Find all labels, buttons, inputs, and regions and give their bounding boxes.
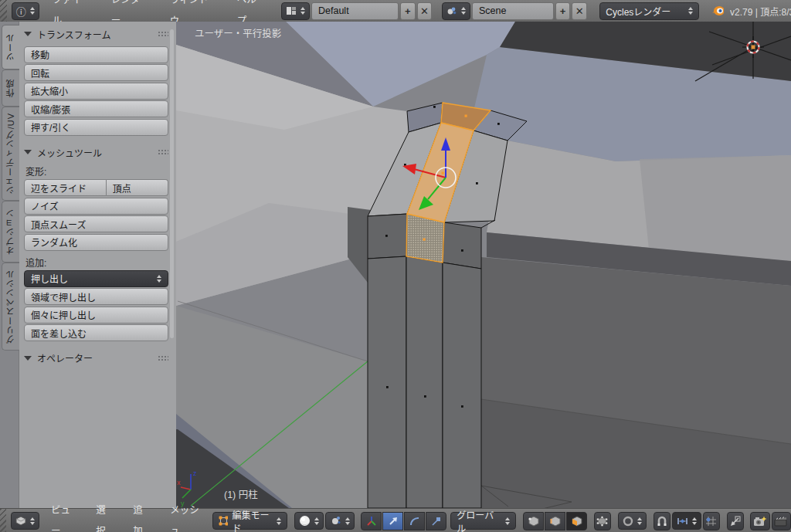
viewport-shading-dropdown[interactable] bbox=[294, 512, 324, 530]
axis-x-label: x bbox=[177, 479, 181, 486]
chevron-updown-icon bbox=[692, 517, 697, 525]
viewport-header-bar: ビュー 選択 追加 メッシュ 編集モード bbox=[0, 508, 791, 532]
viewport-3d: x z y ユーザー・平行投影 (1) 円柱 bbox=[176, 22, 791, 508]
manipulator-scale-button[interactable] bbox=[426, 512, 446, 530]
menu-select[interactable]: 選択 bbox=[86, 500, 121, 532]
shading-sphere-icon bbox=[299, 515, 311, 527]
tool-shelf: ツール 作成 シェーディング/UV オプション グリースペンシル トランスフォー… bbox=[0, 22, 177, 508]
pivot-icon bbox=[330, 515, 341, 527]
pivot-point-dropdown[interactable] bbox=[325, 512, 355, 530]
panel-title: オペレーター bbox=[37, 351, 93, 364]
extrude-dropdown[interactable]: 押し出し bbox=[24, 270, 168, 287]
randomize-button[interactable]: ランダム化 bbox=[24, 234, 168, 251]
manipulate-center-points-button[interactable] bbox=[727, 512, 744, 530]
active-object-overlay: (1) 円柱 bbox=[224, 489, 258, 500]
limit-selection-visible-button[interactable] bbox=[594, 512, 611, 530]
tool-shelf-panels: トランスフォーム 移動 回転 拡大縮小 収縮/膨張 押す/引く メッシュツール … bbox=[19, 22, 176, 508]
chevron-updown-icon bbox=[314, 517, 319, 525]
panel-header-mesh-tools[interactable]: メッシュツール bbox=[24, 144, 168, 160]
panel-collapse-arrow-icon[interactable] bbox=[24, 32, 32, 36]
area-corner-handle[interactable] bbox=[0, 509, 6, 532]
rotate-button[interactable]: 回転 bbox=[24, 64, 168, 81]
blender-logo bbox=[711, 5, 724, 17]
tab-create[interactable]: 作成 bbox=[2, 69, 19, 107]
render-engine-dropdown[interactable]: Cyclesレンダー bbox=[599, 2, 699, 20]
scale-icon bbox=[431, 516, 442, 527]
chevron-updown-icon bbox=[30, 517, 35, 525]
manipulator-buttons bbox=[361, 512, 446, 530]
mode-dropdown[interactable]: 編集モード bbox=[212, 512, 287, 530]
menu-add[interactable]: 追加 bbox=[123, 500, 158, 532]
editor-type-button[interactable] bbox=[11, 512, 39, 530]
snap-element-dropdown[interactable] bbox=[672, 512, 701, 530]
axis-tripod-icon bbox=[366, 516, 377, 527]
panel-header-operator[interactable]: オペレーター bbox=[24, 351, 168, 366]
top-header-bar: ⓘ ファイル レンダー ウィンドウ ヘルプ Default + ✕ Scene … bbox=[0, 0, 791, 22]
vertex-select-button[interactable] bbox=[523, 512, 544, 530]
shrink-fatten-button[interactable]: 収縮/膨張 bbox=[24, 100, 168, 117]
editor-3dview-icon bbox=[15, 516, 26, 526]
transform-orientation-dropdown[interactable]: グローバル bbox=[450, 512, 516, 530]
screen-layout-browse-button[interactable] bbox=[281, 2, 310, 20]
scene-background bbox=[176, 22, 791, 508]
snap-target-button[interactable] bbox=[703, 512, 720, 530]
add-layout-button[interactable]: + bbox=[400, 2, 416, 20]
add-label: 追加: bbox=[25, 256, 168, 269]
close-scene-button[interactable]: ✕ bbox=[572, 2, 587, 20]
area-corner-handle[interactable] bbox=[0, 0, 7, 22]
noise-button[interactable]: ノイズ bbox=[24, 198, 168, 215]
layout-icon bbox=[286, 6, 297, 15]
snap-increment-icon bbox=[677, 516, 688, 527]
proportional-edit-dropdown[interactable] bbox=[618, 512, 647, 530]
snap-toggle-button[interactable] bbox=[654, 512, 670, 530]
close-layout-button[interactable]: ✕ bbox=[417, 2, 433, 20]
chevron-updown-icon bbox=[637, 517, 642, 525]
opengl-render-animation-button[interactable] bbox=[772, 512, 791, 530]
vertex-slide-button[interactable]: 頂点 bbox=[107, 179, 168, 196]
extrude-individual-button[interactable]: 個々に押し出し bbox=[24, 307, 168, 324]
tab-shading-uv[interactable]: シェーディング/UV bbox=[2, 107, 19, 201]
panel-collapse-arrow-icon[interactable] bbox=[24, 150, 32, 154]
viewport-canvas[interactable]: x z y ユーザー・平行投影 (1) 円柱 bbox=[176, 22, 791, 508]
screen-layout-name-field[interactable]: Default bbox=[311, 2, 399, 20]
edge-slide-button[interactable]: 辺をスライド bbox=[24, 179, 107, 196]
tab-options[interactable]: オプション bbox=[2, 201, 19, 263]
translate-button[interactable]: 移動 bbox=[24, 46, 168, 63]
inset-faces-button[interactable]: 面を差し込む bbox=[24, 324, 168, 341]
center-points-arrows-icon bbox=[729, 516, 741, 527]
panel-drag-handle-icon[interactable] bbox=[158, 31, 168, 37]
opengl-render-image-button[interactable] bbox=[750, 512, 769, 530]
push-pull-button[interactable]: 押す/引く bbox=[24, 119, 168, 136]
scene-icon bbox=[446, 6, 457, 15]
tool-shelf-scrollbar[interactable] bbox=[170, 29, 174, 338]
scene-name-field[interactable]: Scene bbox=[472, 2, 554, 20]
manipulator-toggle-button[interactable] bbox=[361, 512, 382, 530]
panel-header-transform[interactable]: トランスフォーム bbox=[24, 26, 168, 42]
face-select-button[interactable] bbox=[566, 512, 587, 530]
tab-grease-pencil[interactable]: グリースペンシル bbox=[2, 263, 19, 351]
view-name-overlay: ユーザー・平行投影 bbox=[195, 28, 282, 39]
menu-view[interactable]: ビュー bbox=[41, 500, 84, 532]
edit-mode-icon bbox=[219, 516, 227, 526]
smooth-vertex-button[interactable]: 頂点スムーズ bbox=[24, 215, 168, 232]
menu-mesh[interactable]: メッシュ bbox=[160, 500, 211, 532]
edge-select-button[interactable] bbox=[545, 512, 565, 530]
vertex-select-cube-icon bbox=[528, 516, 539, 527]
clapperboard-icon bbox=[774, 516, 788, 527]
manipulator-translate-button[interactable] bbox=[382, 512, 403, 530]
scale-button[interactable]: 拡大縮小 bbox=[24, 83, 168, 100]
add-scene-button[interactable]: + bbox=[555, 2, 571, 20]
select-mode-buttons bbox=[523, 512, 587, 530]
panel-collapse-arrow-icon[interactable] bbox=[24, 356, 32, 361]
proportional-circle-icon bbox=[623, 516, 633, 527]
occlude-geometry-icon bbox=[596, 516, 608, 527]
tab-tools[interactable]: ツール bbox=[2, 25, 19, 69]
extrude-region-button[interactable]: 領域で押し出し bbox=[24, 288, 168, 305]
scene-browse-button[interactable] bbox=[442, 2, 470, 20]
manipulator-rotate-button[interactable] bbox=[404, 512, 425, 530]
panel-drag-handle-icon[interactable] bbox=[158, 355, 168, 361]
editor-type-info-button[interactable]: ⓘ bbox=[12, 2, 39, 20]
face-select-cube-icon bbox=[572, 516, 582, 527]
panel-drag-handle-icon[interactable] bbox=[158, 149, 168, 155]
extrude-dropdown-label: 押し出し bbox=[31, 272, 68, 285]
